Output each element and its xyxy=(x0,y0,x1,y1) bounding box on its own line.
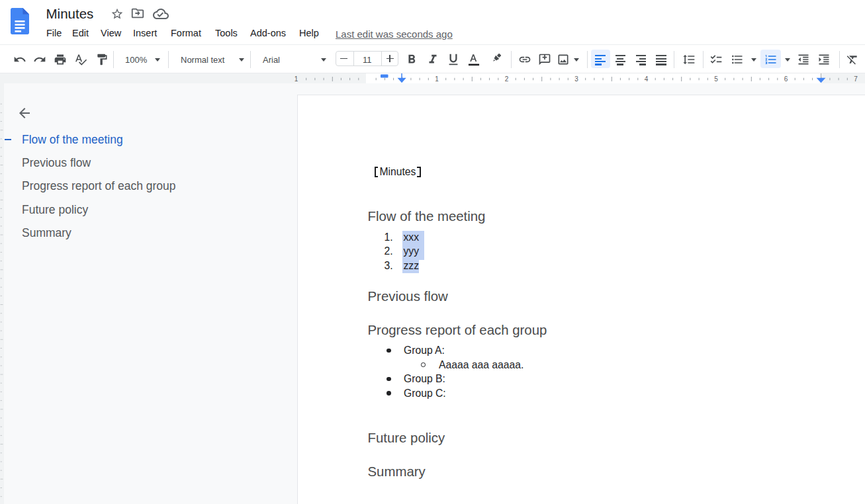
svg-text:2: 2 xyxy=(505,75,509,83)
svg-text:6: 6 xyxy=(784,75,788,83)
svg-text:1: 1 xyxy=(435,75,439,83)
svg-text:5: 5 xyxy=(714,75,718,83)
svg-text:4: 4 xyxy=(645,75,649,83)
svg-text:1: 1 xyxy=(295,75,298,83)
svg-text:7: 7 xyxy=(854,75,858,83)
svg-text:3: 3 xyxy=(574,75,578,83)
